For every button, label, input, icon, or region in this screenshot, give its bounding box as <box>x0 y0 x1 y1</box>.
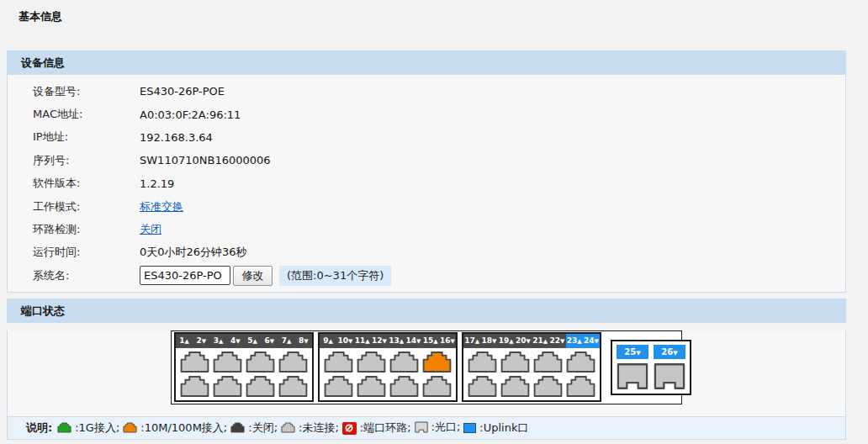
firmware-label: 软件版本: <box>8 176 140 191</box>
basic-info-panel: 设备信息 设备型号: ES430-26P-POE MAC地址: A0:03:0F… <box>7 50 846 440</box>
port-6 <box>245 375 276 398</box>
rj45-port-icon <box>323 351 354 373</box>
legend-label: 说明: <box>26 420 52 436</box>
work-mode-label: 工作模式: <box>8 199 140 214</box>
sysname-input[interactable] <box>140 266 230 285</box>
rj45-port-icon <box>212 351 243 373</box>
device-model-label: 设备型号: <box>8 84 140 99</box>
uptime-label: 运行时间: <box>8 245 140 260</box>
rj45-port-icon <box>565 375 596 398</box>
port-header-7: 7▲ <box>278 334 295 348</box>
legend-item-text: :端口环路; <box>360 420 411 436</box>
legend-loop-icon <box>342 422 357 435</box>
port-header-25: 25▼ <box>617 345 648 359</box>
port-group-3: 17▲18▼19▲20▼21▲22▼23▲24▼ <box>462 332 601 402</box>
page-title: 基本信息 <box>0 0 868 50</box>
legend-fiber-icon <box>415 421 428 433</box>
port-header-26: 26▼ <box>654 345 685 359</box>
port-legend-bar: 说明: :1G接入;:10M/100M接入;:关闭;:未连接;:端口环路;:光口… <box>8 416 845 439</box>
port-11 <box>356 351 387 373</box>
ip-label: IP地址: <box>8 130 140 145</box>
legend-item: :光口; <box>413 420 461 435</box>
rj45-port-icon <box>565 351 596 373</box>
rj45-port-icon <box>245 375 276 398</box>
uptime-value: 0天0小时26分钟36秒 <box>140 245 247 260</box>
firmware-value: 1.2.19 <box>140 177 174 190</box>
legend-loop-icon <box>342 422 357 435</box>
port-header-17: 17▲ <box>463 334 480 348</box>
work-mode-link[interactable]: 标准交换 <box>140 199 183 214</box>
port-21 <box>532 351 564 373</box>
port-header-10: 10▼ <box>336 334 353 348</box>
legend-item-text: :光口; <box>431 420 461 435</box>
device-row-loop-detect: 环路检测: 关闭 <box>8 218 845 240</box>
port-header-21: 21▲ <box>532 334 548 348</box>
port-header-14: 14▼ <box>405 334 421 348</box>
port-header-6: 6▼ <box>261 334 278 348</box>
device-row-mac: MAC地址: A0:03:0F:2A:96:11 <box>8 103 845 125</box>
port-header-22: 22▼ <box>548 334 565 348</box>
device-row-model: 设备型号: ES430-26P-POE <box>8 80 845 103</box>
legend-disabled-icon <box>230 422 245 433</box>
rj45-port-icon <box>500 375 531 398</box>
port-group-2: 9▲10▼11▲12▼13▲14▼15▲16▼ <box>318 332 458 402</box>
legend-item-text: :10M/100M接入; <box>140 420 227 436</box>
rj45-port-icon <box>281 422 295 433</box>
ip-value: 192.168.3.64 <box>140 131 213 144</box>
port-group-header: 9▲10▼11▲12▼13▲14▼15▲16▼ <box>320 334 456 348</box>
rj45-port-icon <box>389 351 420 373</box>
port-13 <box>389 351 420 373</box>
port-header-4: 4▼ <box>227 334 244 348</box>
legend-item: :未连接; <box>279 420 339 436</box>
port-2 <box>179 375 210 398</box>
port-header-20: 20▼ <box>515 334 532 348</box>
legend-item: :关闭; <box>229 420 278 436</box>
port-header-3: 3▲ <box>210 334 227 348</box>
port-16 <box>421 375 453 398</box>
port-20 <box>500 375 531 398</box>
modify-button[interactable]: 修改 <box>233 266 273 286</box>
sysname-range-hint: (范围:0~31个字符) <box>279 266 391 286</box>
rj45-port-icon <box>500 351 531 373</box>
rj45-port-icon <box>230 422 245 433</box>
rj45-port-icon <box>123 422 137 433</box>
sfp-port-icon <box>415 421 428 433</box>
legend-item-text: :未连接; <box>299 420 339 436</box>
section-header-port-status: 端口状态 <box>7 299 846 323</box>
port-12 <box>356 375 387 398</box>
rj45-port-icon <box>245 351 276 373</box>
mac-label: MAC地址: <box>8 107 140 122</box>
port-header-23: 23▲ <box>566 334 583 348</box>
sfp-port-icon <box>654 362 685 390</box>
port-22 <box>532 375 564 398</box>
legend-uplink-icon <box>463 423 476 433</box>
loop-detect-link[interactable]: 关闭 <box>140 222 161 237</box>
rj45-port-icon <box>57 422 71 433</box>
rj45-port-icon <box>532 375 564 398</box>
legend-uplink-icon <box>463 423 476 433</box>
section-gap <box>7 293 846 299</box>
port-10 <box>323 375 354 398</box>
port-header-8: 8▼ <box>295 334 312 348</box>
loop-detect-label: 环路检测: <box>8 222 140 237</box>
port-25 <box>617 362 648 390</box>
port-header-15: 15▲ <box>422 334 439 348</box>
device-row-firmware: 软件版本: 1.2.19 <box>8 172 845 195</box>
port-9 <box>323 351 354 373</box>
rj45-port-icon <box>278 351 309 373</box>
port-header-12: 12▼ <box>371 334 388 348</box>
port-group-1: 1▲2▼3▲4▼5▲6▼7▲8▼ <box>174 332 314 402</box>
device-row-ip: IP地址: 192.168.3.64 <box>8 126 845 149</box>
port-8 <box>278 375 309 398</box>
port-header-2: 2▼ <box>193 334 209 348</box>
device-row-uptime: 运行时间: 0天0小时26分钟36秒 <box>8 241 845 264</box>
port-header-5: 5▲ <box>244 334 261 348</box>
serial-value: SW110710NB16000006 <box>140 154 271 166</box>
port-group-body <box>320 348 456 400</box>
legend-item-text: :1G接入; <box>75 420 119 436</box>
section-header-device-info: 设备信息 <box>7 50 846 75</box>
legend-item: :端口环路; <box>341 420 411 436</box>
port-header-13: 13▲ <box>388 334 405 348</box>
port-header-11: 11▲ <box>354 334 371 348</box>
legend-item: :10M/100M接入; <box>121 420 227 436</box>
